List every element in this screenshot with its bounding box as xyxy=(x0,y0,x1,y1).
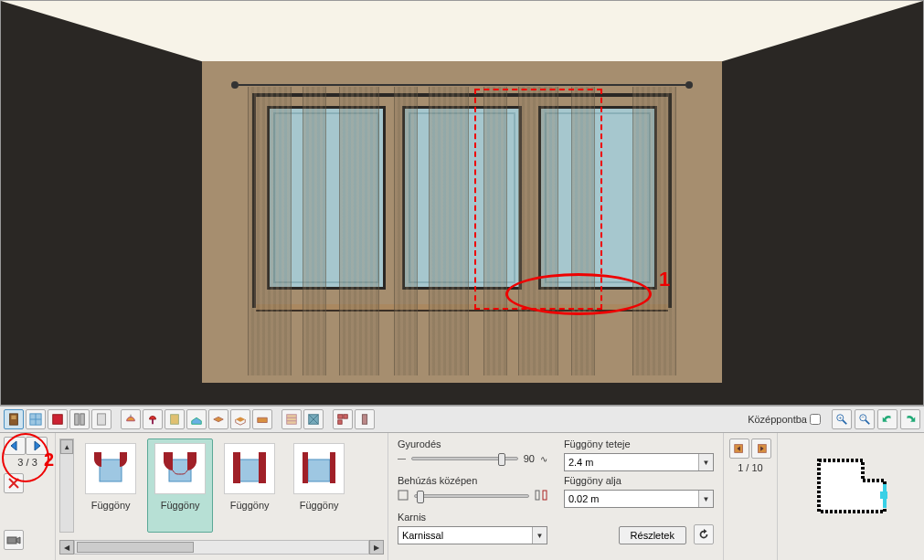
toolbar-tab-13[interactable] xyxy=(303,409,324,429)
svg-rect-1 xyxy=(11,416,16,419)
thumb-label: Függöny xyxy=(300,500,339,511)
minimap[interactable] xyxy=(778,433,924,560)
center-checkbox[interactable] xyxy=(810,414,821,425)
svg-rect-30 xyxy=(308,460,330,481)
catalog-thumb[interactable]: Függöny xyxy=(78,438,143,533)
catalog-page-nav: 3 / 3 2 xyxy=(0,433,56,560)
thumb-label: Függöny xyxy=(161,500,200,511)
toolbar-tab-6[interactable] xyxy=(143,409,163,429)
toolbar-tab-15[interactable] xyxy=(355,409,375,429)
annotation-ellipse-1 xyxy=(505,273,652,315)
svg-text:−: − xyxy=(862,414,866,420)
toolbar-tab-5[interactable] xyxy=(121,409,141,429)
view-page-counter: 1 / 10 xyxy=(738,462,763,473)
toolbar-tab-10[interactable] xyxy=(230,409,250,429)
category-toolbar: Középpontba + − xyxy=(0,406,924,433)
svg-rect-10 xyxy=(152,419,154,424)
curtain-bottom-combo[interactable]: ▼ xyxy=(564,490,714,508)
annotation-number-2: 2 xyxy=(44,449,54,470)
room-scene xyxy=(1,1,923,405)
svg-rect-6 xyxy=(75,414,79,425)
toolbar-tab-1[interactable] xyxy=(26,409,46,429)
thumb-label: Függöny xyxy=(91,500,131,511)
toolbar-tab-12[interactable] xyxy=(281,409,302,429)
thumb-label: Függöny xyxy=(230,500,270,511)
svg-rect-27 xyxy=(100,460,122,481)
parameters-panel: Gyurodés — 90 ∿ Függöny teteje ▼ Behúzás… xyxy=(388,433,724,560)
svg-rect-31 xyxy=(398,491,408,500)
svg-rect-33 xyxy=(543,491,547,500)
toolbar-tab-4[interactable] xyxy=(91,409,112,429)
karnis-combo[interactable]: ▼ xyxy=(398,526,547,544)
svg-rect-7 xyxy=(80,414,84,425)
svg-rect-5 xyxy=(53,415,63,425)
viewport-3d[interactable]: 1 xyxy=(0,0,924,406)
toolbar-tab-7[interactable] xyxy=(165,409,185,429)
toolbar-tab-14[interactable] xyxy=(333,409,353,429)
svg-rect-26 xyxy=(7,537,16,544)
gyurodes-slider[interactable] xyxy=(411,457,518,460)
catalog-vscroll[interactable]: ▲ xyxy=(59,438,74,533)
toolbar-tab-9[interactable] xyxy=(208,409,228,429)
karnis-label: Karnis xyxy=(398,512,547,523)
behuzas-max-icon xyxy=(535,490,547,502)
svg-line-21 xyxy=(843,420,846,424)
curtain-bottom-input[interactable] xyxy=(565,493,698,504)
wave-icon: ∿ xyxy=(540,454,547,464)
karnis-input[interactable] xyxy=(398,530,532,541)
svg-rect-18 xyxy=(338,420,342,424)
curtain-top-input[interactable] xyxy=(565,457,698,468)
gyurodes-max: 90 xyxy=(524,453,535,464)
svg-line-24 xyxy=(866,420,869,424)
toolbar-tab-0[interactable] xyxy=(4,409,24,429)
view-next-button[interactable] xyxy=(751,438,771,459)
catalog-thumb[interactable]: Függöny xyxy=(147,438,213,533)
svg-rect-32 xyxy=(536,491,539,500)
gyurodes-label: Gyurodés xyxy=(398,438,547,449)
curtain-top-combo[interactable]: ▼ xyxy=(564,453,714,471)
curtain-bottom-label: Függöny alja xyxy=(564,475,714,486)
svg-rect-11 xyxy=(171,415,179,425)
svg-rect-16 xyxy=(338,415,343,418)
catalog-panel: ▲ Függöny Függöny Függöny Függ xyxy=(56,433,388,560)
catalog-hscroll[interactable]: ◀ ▶ xyxy=(59,540,384,555)
svg-rect-29 xyxy=(239,460,260,481)
annotation-ellipse-2 xyxy=(2,433,49,482)
center-label: Középpontba xyxy=(748,414,807,425)
behuzas-min-icon xyxy=(398,490,409,502)
svg-text:+: + xyxy=(839,414,843,420)
undo-button[interactable] xyxy=(877,409,897,429)
svg-rect-8 xyxy=(98,414,106,425)
svg-rect-12 xyxy=(287,415,297,425)
details-button[interactable]: Részletek xyxy=(619,526,686,544)
svg-rect-17 xyxy=(344,415,347,418)
toolbar-tab-8[interactable] xyxy=(186,409,207,429)
dropdown-icon[interactable]: ▼ xyxy=(532,527,547,544)
refresh-button[interactable] xyxy=(694,524,714,544)
catalog-thumb[interactable]: Függöny xyxy=(217,438,282,533)
curtain-rod xyxy=(239,84,685,86)
toolbar-tab-11[interactable] xyxy=(252,409,272,429)
dropdown-icon[interactable]: ▼ xyxy=(698,454,713,470)
redo-button[interactable] xyxy=(900,409,920,429)
dropdown-icon[interactable]: ▼ xyxy=(698,491,713,507)
behuzas-label: Behúzás középen xyxy=(398,475,547,486)
gyurodes-min-icon: — xyxy=(398,454,406,463)
zoom-out-button[interactable]: − xyxy=(855,409,875,429)
view-prev-button[interactable] xyxy=(729,438,749,459)
catalog-thumb[interactable]: Függöny xyxy=(286,438,352,533)
zoom-in-button[interactable]: + xyxy=(832,409,852,429)
bottom-panel: 3 / 3 2 ▲ Függöny Függöny xyxy=(0,433,924,560)
annotation-number-1: 1 xyxy=(659,268,670,291)
toolbar-tab-2[interactable] xyxy=(48,409,68,429)
camera-button[interactable] xyxy=(4,530,24,550)
curtain-top-label: Függöny teteje xyxy=(564,438,714,449)
svg-rect-19 xyxy=(362,415,366,425)
svg-rect-37 xyxy=(880,491,887,499)
behuzas-slider[interactable] xyxy=(414,494,529,498)
view-nav: 1 / 10 xyxy=(724,433,778,560)
toolbar-tab-3[interactable] xyxy=(69,409,90,429)
